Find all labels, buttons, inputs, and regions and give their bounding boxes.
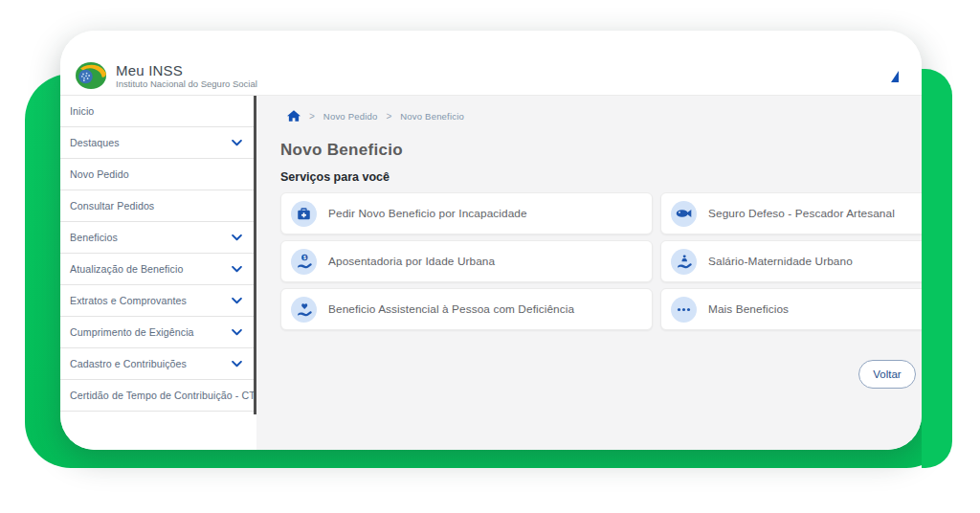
sidebar-item-inicio[interactable]: Inicio	[60, 96, 254, 127]
service-card-aposentadoria-por-idade-urbana[interactable]: $Aposentadoria por Idade Urbana	[280, 240, 653, 282]
service-card-grid: Pedir Novo Beneficio por IncapacidadeSeg…	[280, 192, 922, 330]
service-card-label: Seguro Defeso - Pescador Artesanal	[708, 207, 895, 220]
page: Meu INSS Instituto Nacional do Seguro So…	[0, 0, 980, 513]
sidebar-item-label: Consultar Pedidos	[70, 200, 154, 212]
service-card-label: Mais Beneficios	[708, 302, 789, 316]
chevron-down-icon	[232, 266, 242, 273]
sidebar-item-label: Cadastro e Contribuições	[70, 358, 187, 369]
sidebar-item-label: Cumprimento de Exigência	[70, 326, 194, 338]
sidebar-item-label: Certidão de Tempo de Contribuição - CTC	[70, 390, 263, 401]
clipped-header-icon	[891, 71, 899, 82]
service-card-label: Salário-Maternidade Urbano	[708, 255, 853, 268]
hand-person-icon	[671, 249, 697, 275]
sidebar-item-novo-pedido[interactable]: Novo Pedido	[60, 159, 254, 190]
sidebar-item-consultar-pedidos[interactable]: Consultar Pedidos	[60, 190, 254, 222]
sidebar-item-label: Beneficios	[70, 232, 118, 243]
chevron-down-icon	[232, 361, 242, 368]
chevron-down-icon	[232, 140, 242, 146]
section-subtitle: Serviços para você	[280, 170, 922, 184]
main-content: >Novo Pedido>Novo Beneficio Novo Benefic…	[256, 96, 922, 450]
service-card-mais-beneficios[interactable]: Mais Beneficios	[660, 288, 922, 330]
back-button[interactable]: Voltar	[858, 360, 916, 389]
sidebar: InicioDestaquesNovo PedidoConsultar Pedi…	[60, 95, 254, 450]
service-card-beneficio-assistencial-a-pessoa-com-deficiencia[interactable]: Beneficio Assistencial à Pessoa com Defi…	[280, 288, 653, 330]
chevron-down-icon	[232, 329, 242, 336]
app-subtitle: Instituto Nacional do Seguro Social	[116, 78, 257, 90]
app-header: Meu INSS Instituto Nacional do Seguro So…	[60, 31, 922, 96]
app-title: Meu INSS	[116, 63, 257, 78]
service-card-salario-maternidade-urbano[interactable]: Salário-Maternidade Urbano	[660, 240, 922, 282]
service-card-label: Aposentadoria por Idade Urbana	[328, 255, 495, 268]
home-icon[interactable]	[287, 110, 301, 122]
sidebar-item-destaques[interactable]: Destaques	[60, 127, 254, 159]
svg-text:$: $	[302, 255, 305, 260]
breadcrumb-separator: >	[386, 111, 391, 122]
meu-inss-window: Meu INSS Instituto Nacional do Seguro So…	[60, 31, 922, 450]
breadcrumb-separator: >	[309, 111, 315, 122]
service-card-seguro-defeso-pescador-artesanal[interactable]: Seguro Defeso - Pescador Artesanal	[660, 192, 922, 234]
sidebar-item-certidao-de-tempo-de-contribuicao-ctc[interactable]: Certidão de Tempo de Contribuição - CTC	[60, 380, 254, 412]
sidebar-item-extratos-e-comprovantes[interactable]: Extratos e Comprovantes	[60, 285, 254, 317]
green-overlay-bar	[922, 69, 952, 468]
breadcrumb-link-novo-pedido[interactable]: Novo Pedido	[323, 111, 378, 122]
chevron-down-icon	[232, 234, 242, 241]
service-card-pedir-novo-beneficio-por-incapacidade[interactable]: Pedir Novo Beneficio por Incapacidade	[280, 192, 653, 234]
chevron-down-icon	[232, 298, 242, 304]
sidebar-item-cadastro-e-contribuicoes[interactable]: Cadastro e Contribuições	[60, 348, 254, 380]
service-card-label: Pedir Novo Beneficio por Incapacidade	[328, 207, 527, 220]
sidebar-item-cumprimento-de-exigencia[interactable]: Cumprimento de Exigência	[60, 317, 254, 348]
brand-block: Meu INSS Instituto Nacional do Seguro So…	[116, 63, 257, 90]
window-body: InicioDestaquesNovo PedidoConsultar Pedi…	[60, 96, 922, 450]
breadcrumb: >Novo Pedido>Novo Beneficio	[287, 107, 922, 124]
fish-icon	[671, 201, 697, 227]
sidebar-item-label: Inicio	[70, 105, 94, 117]
service-card-label: Beneficio Assistencial à Pessoa com Defi…	[328, 302, 574, 316]
hand-coin-icon: $	[291, 249, 317, 275]
ellipsis-icon	[671, 297, 697, 323]
sidebar-item-label: Destaques	[70, 137, 120, 148]
sidebar-item-label: Extratos e Comprovantes	[70, 295, 187, 306]
breadcrumb-link-novo-beneficio[interactable]: Novo Beneficio	[400, 111, 464, 122]
briefcase-medical-icon	[291, 201, 317, 227]
sidebar-item-label: Novo Pedido	[70, 168, 129, 180]
page-title: Novo Beneficio	[280, 141, 922, 160]
sidebar-item-atualizacao-de-beneficio[interactable]: Atualização de Beneficio	[60, 254, 254, 285]
hand-heart-icon	[291, 297, 317, 323]
sidebar-item-label: Atualização de Beneficio	[70, 263, 183, 275]
inss-logo-icon	[75, 61, 107, 90]
sidebar-item-beneficios[interactable]: Beneficios	[60, 222, 254, 254]
